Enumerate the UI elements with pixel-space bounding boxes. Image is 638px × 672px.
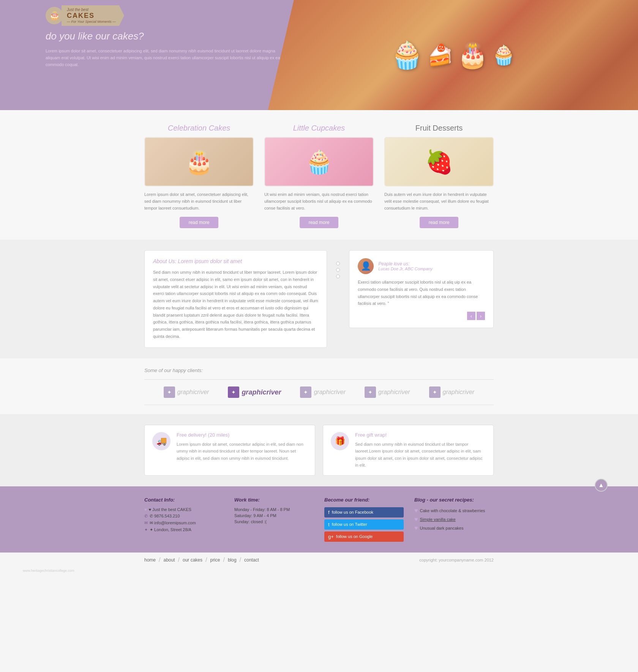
client-5-icon: ✦: [429, 386, 441, 398]
about-testimonial-grid: About Us: Lorem ipsum dolor sit amet Sed…: [129, 250, 509, 348]
footer-social: Become our friend: f follow us on Facebo…: [324, 497, 404, 542]
featured-section: Celebration Cakes 🎂 Lorem ipsum dolor si…: [0, 110, 638, 240]
contact-email: ✉ ✉ info@loremipsum.com: [144, 521, 224, 525]
about-content: Sed diam non ummy nibh in euismod tincid…: [153, 269, 318, 340]
client-3-name: graphicriver: [314, 389, 346, 396]
testimonial-prev[interactable]: ‹: [467, 312, 475, 320]
footer-bottom-nav: home / about / our cakes / price / blog …: [144, 557, 259, 563]
r-dot-1: [336, 262, 340, 265]
clients-title: Some of our happy clients:: [144, 368, 494, 373]
card-2-desc: Ut wisi enim ad minim veniam, quis nostr…: [264, 191, 374, 211]
feature-2-desc: Sed diam non ummy nibh in euismod tincid…: [355, 441, 486, 469]
card-3-title: Fruit Desserts: [384, 124, 494, 133]
blog-anchor-2[interactable]: Simple vanilla cake: [420, 517, 456, 522]
google-button[interactable]: g+ follow us on Google: [324, 532, 404, 542]
featured-card-2: Little Cupcakes 🧁 Ut wisi enim ad minim …: [264, 124, 374, 228]
twitter-icon: t: [328, 522, 330, 527]
footer-contact: Contact Info: ♥ ♥ Just the best CAKES ✆ …: [144, 497, 224, 542]
facebook-button[interactable]: f follow us on Facebook: [324, 507, 404, 517]
social-title: Become our friend:: [324, 497, 404, 503]
testimonial-next[interactable]: ›: [477, 312, 485, 320]
contact-address: ✦ ✦ London, Street 28/A: [144, 527, 224, 532]
blog-anchor-1[interactable]: Cake with chocolate & strawberries: [420, 508, 485, 513]
contact-phone: ✆ ✆ 9876.543.210: [144, 514, 224, 519]
features-section: 🚚 Free delivery! (20 miles) Lorem ipsum …: [0, 414, 638, 486]
copyright: copyright: yourcompanyname.com 2012: [419, 558, 494, 562]
location-icon: ✦: [144, 527, 148, 532]
footer-nav-cakes[interactable]: our cakes: [183, 557, 202, 563]
email-icon: ✉: [144, 521, 148, 525]
worktime-line-3: Sunday: closed :(: [234, 519, 314, 524]
clients-section: Some of our happy clients: ✦ graphicrive…: [0, 358, 638, 414]
contact-name: ♥ ♥ Just the best CAKES: [144, 507, 224, 512]
worktime-line-2: Saturday: 9 AM - 4 PM: [234, 513, 314, 518]
client-1-name: graphicriver: [177, 389, 209, 396]
card-2-title: Little Cupcakes: [264, 124, 374, 133]
feature-1-title: Free delivery! (20 miles): [177, 432, 307, 438]
footer-nav-price[interactable]: price: [210, 557, 220, 563]
footer-nav-about[interactable]: about: [163, 557, 175, 563]
worktime-line-1: Monday - Friday: 8 AM - 8 PM: [234, 507, 314, 512]
worktime-title: Work time:: [234, 497, 314, 503]
testimonial-content: Exerci tation ullamcorper suscipit lobor…: [358, 279, 485, 307]
client-2-name: graphicriver: [242, 388, 281, 396]
blog-link-2[interactable]: ♥ Simple vanilla cake: [414, 516, 494, 523]
avatar: 👤: [358, 258, 374, 274]
client-4-icon: ✦: [365, 386, 376, 398]
feature-1-icon: 🚚: [152, 432, 171, 450]
blog-title: Blog - our secret recipes:: [414, 497, 494, 503]
testimonial-name: Lucas Doe Jr, ABC Company: [378, 267, 433, 271]
features-grid: 🚚 Free delivery! (20 miles) Lorem ipsum …: [129, 425, 509, 476]
featured-card-1: Celebration Cakes 🎂 Lorem ipsum dolor si…: [144, 124, 254, 228]
hero-image-content: 🧁 🍰 🎂 🧁: [268, 0, 638, 110]
footer-bottom-inner: home / about / our cakes / price / blog …: [129, 557, 509, 563]
clients-inner: Some of our happy clients: ✦ graphicrive…: [129, 368, 509, 405]
hero-image: 🧁 🍰 🎂 🧁: [268, 0, 638, 110]
footer-nav-home[interactable]: home: [144, 557, 156, 563]
testimonial-header: 👤 Peaple love us: Lucas Doe Jr, ABC Comp…: [358, 258, 485, 274]
card-1-image: 🎂: [144, 137, 254, 186]
client-5-name: graphicriver: [443, 389, 475, 396]
client-2-icon: ✦: [228, 386, 239, 398]
blog-link-3[interactable]: ♥ Unusual dark pancakes: [414, 525, 494, 532]
clients-logos: ✦ graphicriver ✦ graphicriver ✦ graphicr…: [144, 379, 494, 405]
client-logo-5[interactable]: ✦ graphicriver: [429, 386, 475, 398]
feature-1-content: Free delivery! (20 miles) Lorem ipsum do…: [177, 432, 307, 461]
card-3-desc: Duis autem vel eum iriure dolor in hendr…: [384, 191, 494, 211]
about-box: About Us: Lorem ipsum dolor sit amet Sed…: [144, 250, 327, 348]
blog-link-1[interactable]: ♥ Cake with chocolate & strawberries: [414, 507, 494, 514]
blog-anchor-3[interactable]: Unusual dark pancakes: [420, 526, 464, 530]
watermark: www.heritagechristiancollege.com: [0, 567, 638, 574]
about-title: About Us: Lorem ipsum dolor sit amet: [153, 258, 318, 264]
facebook-icon: f: [328, 510, 330, 515]
hero-content: do you like our cakes? Lorem ipsum dolor…: [46, 30, 288, 68]
footer-nav-blog[interactable]: blog: [228, 557, 237, 563]
card-3-read-more[interactable]: read more: [420, 217, 459, 228]
feature-2-icon: 🎁: [331, 432, 349, 450]
feature-2-title: Free gift wrap!: [355, 432, 486, 438]
hero-title: do you like our cakes?: [46, 30, 288, 42]
footer-bottom: home / about / our cakes / price / blog …: [0, 552, 638, 567]
footer-grid: Contact Info: ♥ ♥ Just the best CAKES ✆ …: [129, 497, 509, 542]
twitter-button[interactable]: t follow us on Twitter: [324, 519, 404, 530]
client-logo-3[interactable]: ✦ graphicriver: [300, 386, 346, 398]
feature-1-desc: Lorem ipsum dolor sit amet, consectetur …: [177, 441, 307, 461]
card-2-read-more[interactable]: read more: [300, 217, 339, 228]
about-testimonial-section: About Us: Lorem ipsum dolor sit amet Sed…: [0, 240, 638, 358]
footer-nav-contact[interactable]: contact: [244, 557, 259, 563]
blog-heart-2: ♥: [414, 516, 418, 523]
client-logo-4[interactable]: ✦ graphicriver: [365, 386, 410, 398]
r-dot-3: [336, 274, 340, 278]
client-4-name: graphicriver: [378, 389, 410, 396]
footer-worktime: Work time: Monday - Friday: 8 AM - 8 PM …: [234, 497, 314, 542]
card-1-title: Celebration Cakes: [144, 124, 254, 133]
client-1-icon: ✦: [164, 386, 175, 398]
card-1-read-more[interactable]: read more: [180, 217, 219, 228]
feature-card-2: 🎁 Free gift wrap! Sed diam non ummy nibh…: [323, 425, 494, 476]
testimonial-box: 👤 Peaple love us: Lucas Doe Jr, ABC Comp…: [349, 250, 494, 328]
blog-heart-3: ♥: [414, 525, 418, 532]
featured-card-3: Fruit Desserts 🍓 Duis autem vel eum iriu…: [384, 124, 494, 228]
scroll-top-button[interactable]: ▲: [595, 479, 608, 492]
client-logo-1[interactable]: ✦ graphicriver: [164, 386, 209, 398]
client-logo-2[interactable]: ✦ graphicriver: [228, 386, 281, 398]
